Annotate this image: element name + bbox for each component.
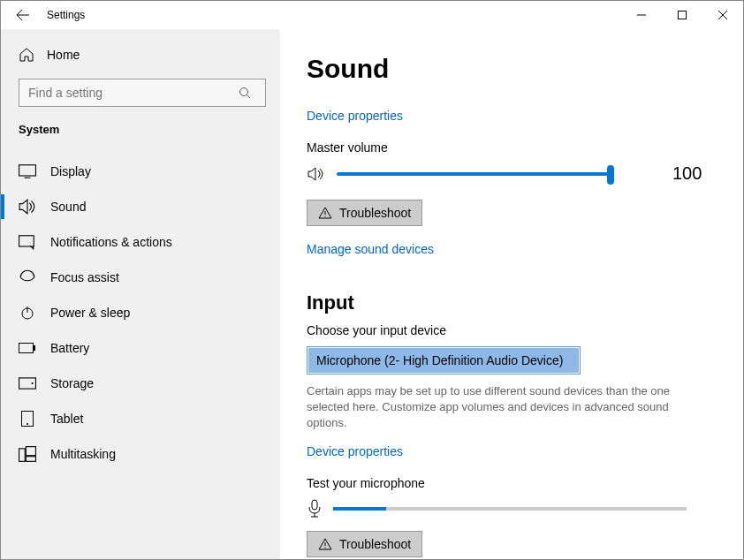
back-arrow-icon <box>15 8 29 22</box>
minimize-button[interactable] <box>621 1 662 29</box>
sidebar-item-power-sleep[interactable]: Power & sleep <box>1 295 280 330</box>
svg-rect-11 <box>19 449 26 461</box>
svg-rect-13 <box>26 457 35 462</box>
input-troubleshoot-button[interactable]: Troubleshoot <box>307 531 422 557</box>
sidebar: Home System Display Sound Notifications … <box>1 29 280 560</box>
sidebar-item-label: Sound <box>50 200 86 214</box>
input-hint: Certain apps may be set up to use differ… <box>307 383 699 432</box>
master-volume-label: Master volume <box>307 140 699 155</box>
volume-icon <box>307 166 328 182</box>
main-content: Sound Device properties Master volume 10… <box>280 29 743 560</box>
sidebar-item-display[interactable]: Display <box>1 154 280 189</box>
sidebar-item-label: Tablet <box>50 412 83 426</box>
power-icon <box>19 305 36 321</box>
multitasking-icon <box>19 446 36 462</box>
sidebar-nav: Display Sound Notifications & actions Fo… <box>1 154 280 472</box>
sidebar-item-focus-assist[interactable]: Focus assist <box>1 260 280 295</box>
search-input[interactable] <box>19 86 239 100</box>
svg-rect-5 <box>19 344 34 353</box>
sidebar-home-label: Home <box>47 48 80 62</box>
sidebar-section-label: System <box>1 123 280 148</box>
device-properties-link[interactable]: Device properties <box>307 109 699 123</box>
svg-point-8 <box>31 382 33 384</box>
minimize-icon <box>637 11 646 19</box>
microphone-icon <box>307 499 323 518</box>
sidebar-item-notifications[interactable]: Notifications & actions <box>1 224 280 260</box>
close-button[interactable] <box>702 1 743 29</box>
mic-level-track <box>333 507 687 511</box>
svg-point-16 <box>324 547 325 548</box>
sidebar-item-battery[interactable]: Battery <box>1 330 280 366</box>
sidebar-item-label: Display <box>50 164 91 178</box>
svg-point-1 <box>240 88 248 96</box>
back-button[interactable] <box>1 1 43 29</box>
search-box[interactable] <box>19 79 266 107</box>
sidebar-item-label: Battery <box>50 341 89 355</box>
sidebar-item-multitasking[interactable]: Multitasking <box>1 436 280 472</box>
svg-rect-0 <box>679 11 687 19</box>
sound-icon <box>19 199 36 215</box>
sidebar-home[interactable]: Home <box>1 42 280 79</box>
window-title: Settings <box>43 9 85 21</box>
sidebar-item-label: Notifications & actions <box>50 235 172 249</box>
warning-icon <box>318 207 332 219</box>
maximize-button[interactable] <box>662 1 702 29</box>
svg-rect-2 <box>19 165 36 176</box>
svg-rect-12 <box>26 447 35 456</box>
input-device-dropdown[interactable]: Microphone (2- High Definition Audio Dev… <box>307 346 581 375</box>
input-heading: Input <box>307 291 699 314</box>
sidebar-item-label: Storage <box>50 376 94 390</box>
volume-track[interactable] <box>337 172 611 176</box>
svg-point-14 <box>324 216 325 216</box>
sidebar-item-label: Power & sleep <box>50 306 130 320</box>
tablet-icon <box>19 411 36 427</box>
master-volume-slider[interactable] <box>307 166 611 182</box>
close-icon <box>718 11 727 19</box>
test-mic-label: Test your microphone <box>307 476 699 490</box>
input-device-selected: Microphone (2- High Definition Audio Dev… <box>316 353 563 367</box>
svg-rect-6 <box>34 345 35 351</box>
notifications-icon <box>19 234 36 250</box>
maximize-icon <box>678 11 687 19</box>
home-icon <box>19 47 34 63</box>
display-icon <box>19 163 36 179</box>
svg-rect-15 <box>312 500 317 510</box>
svg-point-10 <box>27 423 28 425</box>
choose-input-label: Choose your input device <box>307 323 699 337</box>
sidebar-item-sound[interactable]: Sound <box>1 189 280 224</box>
troubleshoot-button[interactable]: Troubleshoot <box>307 200 422 226</box>
storage-icon <box>19 375 36 391</box>
sidebar-item-label: Multitasking <box>50 447 116 461</box>
mic-level-fill <box>333 507 386 511</box>
page-title: Sound <box>307 54 699 84</box>
sidebar-item-storage[interactable]: Storage <box>1 366 280 401</box>
troubleshoot-label: Troubleshoot <box>339 206 411 220</box>
svg-rect-3 <box>19 236 34 246</box>
search-icon <box>239 87 265 99</box>
input-troubleshoot-label: Troubleshoot <box>339 537 411 551</box>
input-device-properties-link[interactable]: Device properties <box>307 444 699 458</box>
volume-thumb[interactable] <box>607 165 614 185</box>
sidebar-item-tablet[interactable]: Tablet <box>1 401 280 436</box>
sidebar-item-label: Focus assist <box>50 270 119 284</box>
battery-icon <box>19 340 36 356</box>
master-volume-value: 100 <box>672 163 702 184</box>
titlebar: Settings <box>1 1 743 29</box>
manage-sound-devices-link[interactable]: Manage sound devices <box>307 242 699 256</box>
warning-icon <box>318 538 332 550</box>
focus-assist-icon <box>19 269 36 285</box>
